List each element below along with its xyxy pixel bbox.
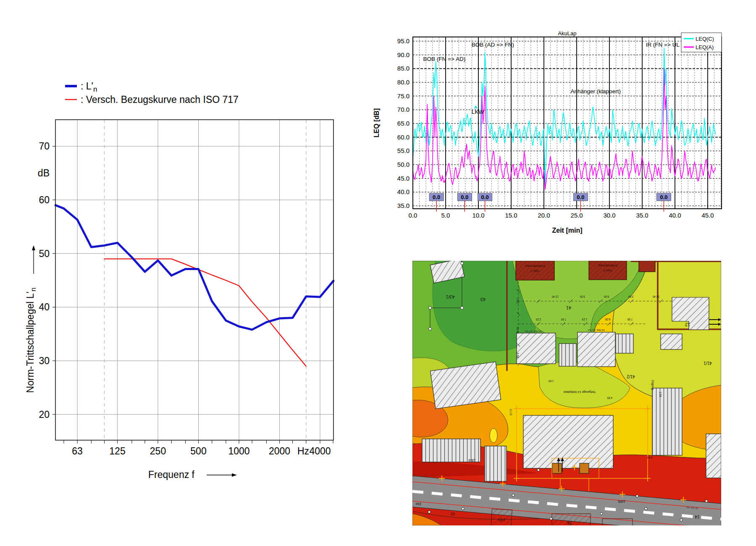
y-tick-label: 95.0 xyxy=(397,37,410,45)
y-tick-label: 35.0 xyxy=(397,202,410,209)
dim-label: 12.40 xyxy=(652,295,659,298)
parcel-label: 41/2 xyxy=(627,374,635,379)
parcel-label: 14 xyxy=(695,514,700,519)
x-tick-label: 40.0 xyxy=(669,212,681,219)
impact-legend: : L'n: Versch. Bezugskurve nach ISO 717 xyxy=(65,81,239,105)
annotation-ir-fn-ul: IR (FN => UL xyxy=(646,42,680,48)
x-axis-title: Zeit [min] xyxy=(552,227,583,234)
y-axis-title: Norm-Trittschallpegel L'n xyxy=(25,288,37,393)
legend-label: LEQ(A) xyxy=(696,44,714,50)
annotation-lkw: LKW xyxy=(472,109,484,115)
y-unit-label: dB xyxy=(38,168,50,178)
x-tick-label: 30.0 xyxy=(603,212,615,219)
building-hatched xyxy=(578,332,615,367)
x-axis-arrowhead xyxy=(232,473,237,477)
building-garage xyxy=(559,344,576,366)
time-plot: 0.00.00.00.00.0BOB (FN => AD)BOB (AD => … xyxy=(373,30,722,234)
dim-label: 11.13 xyxy=(509,409,512,415)
annotation-anh-nger-klappert-: Anhänger (klappert) xyxy=(571,88,621,94)
dim-label: 7.90 xyxy=(627,318,633,321)
x-tick-label: 0.0 xyxy=(409,212,417,219)
annotation-bob-fn-ad-: BOB (FN => AD) xyxy=(423,56,466,62)
x-tick-label: 125 xyxy=(109,446,125,457)
legend-label: : Versch. Bezugskurve nach ISO 717 xyxy=(81,94,239,105)
report-canvas: 706050403020dB63125250500100020004000HzF… xyxy=(0,0,756,546)
building-annex xyxy=(580,463,589,473)
parcel-label: 18/4 xyxy=(468,458,476,462)
dim-label: 12.40 xyxy=(551,295,559,298)
x-tick-label: 63 xyxy=(72,446,83,457)
dim-label: 2.84 xyxy=(647,456,652,459)
y-tick-label: 30 xyxy=(39,355,50,366)
x-tick-label: 2000 xyxy=(269,446,290,457)
y-tick-label: 85.0 xyxy=(397,65,410,72)
y-axis-arrowhead xyxy=(32,245,35,250)
og-label: OG Bük. ES Terr. xyxy=(524,330,542,333)
y-tick-label: 40.0 xyxy=(397,188,410,195)
x-tick-label: 35.0 xyxy=(636,212,648,219)
x-tick-label: 15.0 xyxy=(505,212,517,219)
chart-title: AkuLap xyxy=(558,30,576,37)
dim-label: 3.00 xyxy=(580,295,585,298)
x-tick-label: 1000 xyxy=(228,446,249,457)
parcel-label: 24 xyxy=(567,520,572,525)
dim-label: 1.60 xyxy=(548,380,554,383)
parcel-label: 43/1 xyxy=(446,294,454,299)
x-tick-label: 25.0 xyxy=(570,212,583,219)
dim-label: 6.00 xyxy=(605,318,610,321)
impact-sound-chart: 706050403020dB63125250500100020004000HzF… xyxy=(17,76,353,500)
y-tick-label: 90.0 xyxy=(397,51,410,58)
x-tick-label: 5.0 xyxy=(441,212,450,219)
noise-map: 43/1 43 41 12 41/2 41/1 18/4 18/5 24 13/… xyxy=(412,261,721,525)
x-tick-label: 4000 xyxy=(309,446,331,457)
x-axis-title: Frequenz f xyxy=(148,469,195,480)
x-unit-label: Hz xyxy=(297,446,309,457)
y-tick-label: 20 xyxy=(39,409,50,420)
event-marker-value: 0.0 xyxy=(577,194,584,200)
parcel-label: Die xyxy=(415,502,421,506)
impact-plot: 706050403020dB63125250500100020004000HzF… xyxy=(25,120,333,480)
building-outline xyxy=(491,509,512,525)
parcel-label: 41/1 xyxy=(704,361,712,365)
y-tick-label: 70 xyxy=(39,141,50,152)
house-label: Haus 4 xyxy=(530,270,539,273)
y-tick-label: 55.0 xyxy=(397,147,410,154)
dim-label: 2.59 xyxy=(659,392,662,397)
y-tick-label: 65.0 xyxy=(397,120,410,127)
time-legend: LEQ(C)LEQ(A) xyxy=(681,33,722,52)
dim-label: 7.90 xyxy=(561,318,566,321)
dim-label: 9.98 xyxy=(516,353,519,358)
zugang-label: Zugang xyxy=(651,380,654,390)
parcel-label: 12 xyxy=(685,322,690,327)
zone-yellow-spot xyxy=(490,428,497,443)
tiefgarage-label: Tiefgarage 14 Stellplätze xyxy=(563,390,596,394)
legend-label: : L'n xyxy=(81,81,97,93)
house-label: Haus 3 xyxy=(603,269,612,272)
y-tick-label: 80.0 xyxy=(397,79,410,86)
building-hatched xyxy=(661,334,682,349)
dim-label: 2.60 xyxy=(516,298,519,304)
y-tick-label: 50 xyxy=(39,248,50,259)
x-tick-label: 10.0 xyxy=(472,212,484,219)
annotation-bob-ad-fn-: BOB (AD => FN) xyxy=(472,42,514,48)
dim-label: 1.23 xyxy=(582,318,587,321)
y-tick-label: 70.0 xyxy=(397,106,410,113)
house-label: Einfamilienhaus xyxy=(525,265,545,268)
leq-timeseries-chart: 0.00.00.00.00.0BOB (FN => AD)BOB (AD => … xyxy=(361,17,741,252)
dim-label: 4.55 xyxy=(607,396,612,399)
plot-background xyxy=(55,120,333,440)
event-marker-value: 0.0 xyxy=(481,194,489,200)
event-marker-value: 0.0 xyxy=(433,194,440,200)
dim-label: 2.60 xyxy=(628,295,633,298)
parcel-label: 18/5 xyxy=(618,499,625,504)
dim-label: 6.00 xyxy=(604,295,609,298)
y-tick-label: 45.0 xyxy=(397,175,410,182)
dim-label: 2.25 xyxy=(536,318,541,321)
parcel-label: 41 xyxy=(566,305,571,310)
y-tick-label: 40 xyxy=(39,302,50,312)
building-hatched xyxy=(706,434,721,478)
building-garage xyxy=(485,446,507,481)
legend-label: LEQ(C) xyxy=(696,36,714,42)
y-tick-label: 60.0 xyxy=(397,134,410,141)
dim-label: 16.46 xyxy=(516,327,519,334)
